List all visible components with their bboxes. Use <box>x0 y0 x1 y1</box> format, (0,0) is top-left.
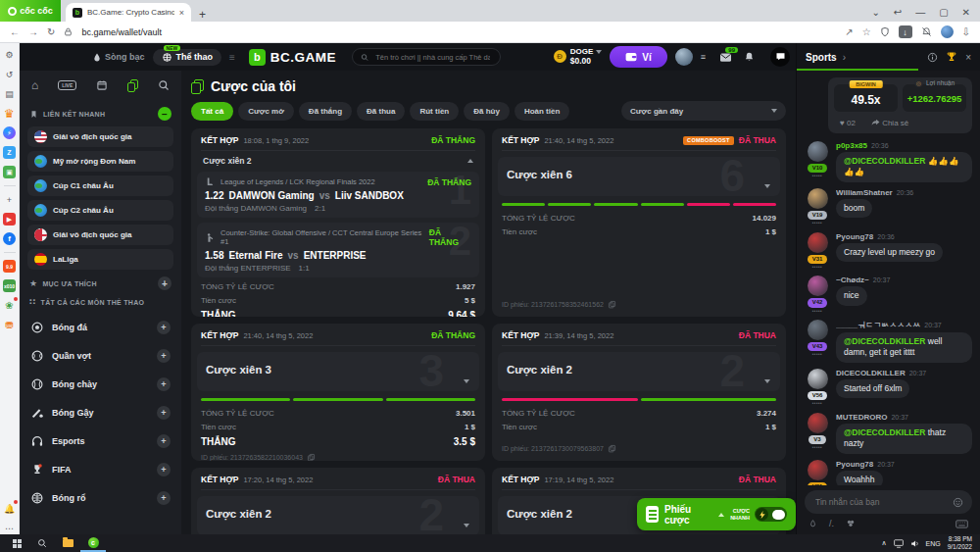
chat-message-input[interactable] <box>813 496 948 508</box>
commands-icon[interactable]: /. <box>829 519 834 528</box>
message-username[interactable]: ~Chødz~ <box>836 276 869 284</box>
sort-dropdown[interactable]: Cược gần đây <box>621 101 786 121</box>
mail-icon[interactable]: 99 <box>719 52 732 63</box>
shopee-99-icon[interactable]: 9.9 <box>3 260 16 273</box>
mention-link[interactable]: @DICECOLDKILLER <box>844 427 925 437</box>
betslip-button[interactable]: Phiếu cược CƯỢCNHANH <box>637 498 796 530</box>
sidebar-sport-cricket[interactable]: Bóng Gậy+ <box>27 398 173 427</box>
close-button[interactable]: ✕ <box>962 8 970 18</box>
user-avatar[interactable] <box>808 188 828 209</box>
expand-caret-icon[interactable] <box>764 379 770 383</box>
download-active-icon[interactable]: ↓ <box>899 25 912 38</box>
sidebar-more-icon[interactable]: ⋯ <box>3 522 16 534</box>
chevron-right-icon[interactable]: › <box>843 52 846 63</box>
copy-icon[interactable] <box>307 453 316 461</box>
minimize-button[interactable]: — <box>915 8 925 18</box>
tab-close-icon[interactable]: × <box>179 8 184 18</box>
taskbar-clock[interactable]: 8:38 PM9/1/2022 <box>948 535 972 551</box>
history-icon[interactable]: ↺ <box>3 68 16 80</box>
speaker-icon[interactable] <box>910 539 919 548</box>
user-avatar[interactable] <box>808 232 828 253</box>
youtube-icon[interactable]: ▶ <box>3 213 16 226</box>
expand-sport-button[interactable]: + <box>157 463 171 477</box>
balance-selector[interactable]: Ð DOGE $0.00 <box>554 48 603 66</box>
messenger-icon[interactable]: ⚡ <box>3 126 16 139</box>
live-icon[interactable]: LIVE <box>58 80 76 90</box>
message-username[interactable]: WilliamShatner <box>836 188 893 197</box>
expand-sport-button[interactable]: + <box>157 491 171 505</box>
crown-icon[interactable]: ♛ <box>3 107 16 120</box>
trophy-icon[interactable] <box>946 51 957 63</box>
quick-link-item[interactable]: LaLiga <box>27 249 173 270</box>
sports-tab[interactable]: NEW Thể thao <box>153 49 222 66</box>
sidebar-sport-basketball[interactable]: Bóng rổ+ <box>27 483 173 512</box>
casino-tab[interactable]: Sòng bạc <box>92 52 145 63</box>
quick-bet-toggle[interactable] <box>755 507 787 522</box>
language-indicator[interactable]: ENG <box>926 540 941 547</box>
user-avatar[interactable] <box>808 460 828 480</box>
rain-icon[interactable] <box>808 519 817 528</box>
sidebar-sport-football[interactable]: Bóng đá+ <box>27 313 173 341</box>
expand-sport-button[interactable]: + <box>157 377 171 391</box>
newsfeed-icon[interactable]: ▤ <box>3 87 16 100</box>
maximize-button[interactable]: ▢ <box>939 8 948 18</box>
forward-icon[interactable]: → <box>28 26 38 37</box>
sidebar-search-icon[interactable] <box>158 79 170 91</box>
message-username[interactable]: p0p3x85 <box>836 141 867 150</box>
games-icon[interactable]: ▣ <box>3 166 16 178</box>
notifications-blocked-icon[interactable] <box>921 26 932 37</box>
filter-pill[interactable]: Đã hủy <box>464 102 510 121</box>
user-avatar[interactable] <box>675 48 693 66</box>
home-icon[interactable]: ⌂ <box>31 78 38 92</box>
taskbar-search-icon[interactable] <box>29 534 55 552</box>
emoji-icon[interactable] <box>953 497 963 508</box>
tab-search-icon[interactable]: ⌄ <box>871 8 879 18</box>
like-button[interactable]: ♥ 02 <box>840 119 856 127</box>
filter-pill[interactable]: Hoàn tiền <box>514 102 569 121</box>
sidebar-sport-baseball[interactable]: Bóng chày+ <box>27 370 173 398</box>
quick-link-item[interactable]: Giải vô địch quốc gia <box>27 126 173 147</box>
zalo-chat-icon[interactable]: Z <box>3 146 16 159</box>
copy-icon[interactable] <box>608 444 616 453</box>
plant-app-icon[interactable]: ❀ <box>3 299 16 312</box>
message-username[interactable]: Pyoung78 <box>836 232 873 241</box>
sidebar-sport-tennis[interactable]: Quần vợt+ <box>27 341 173 370</box>
settings-gear-icon[interactable]: ⚙ <box>3 48 16 61</box>
collapse-quick-links-button[interactable]: − <box>158 107 172 121</box>
account-menu-icon[interactable]: ≡ <box>701 52 706 62</box>
browser-tab[interactable]: b BC.Game: Crypto Casino Gan × <box>66 3 191 22</box>
sidebar-sport-fifa[interactable]: FIFA+ <box>27 455 173 483</box>
mention-link[interactable]: @DICECOLDKILLER <box>844 156 925 166</box>
chat-input[interactable] <box>805 490 972 514</box>
filter-pill[interactable]: Tất cả <box>191 102 233 121</box>
filter-pill[interactable]: Cược mở <box>238 102 294 121</box>
chat-room-tab[interactable]: Sports <box>806 52 837 63</box>
restore-tab-icon[interactable]: ↩ <box>894 8 902 18</box>
facebook-icon[interactable]: f <box>3 232 16 245</box>
bookmark-star-icon[interactable]: ☆ <box>862 26 871 37</box>
expand-caret-icon[interactable] <box>464 379 469 383</box>
user-avatar[interactable] <box>808 413 828 433</box>
expand-sport-button[interactable]: + <box>157 349 171 363</box>
message-username[interactable]: MUTEDRORO <box>836 413 887 422</box>
user-avatar[interactable] <box>808 141 828 162</box>
expand-caret-icon[interactable] <box>464 524 469 527</box>
chat-close-icon[interactable]: × <box>965 52 971 63</box>
quick-link-item[interactable]: Giải vô địch quốc gia <box>27 225 173 245</box>
copy-icon[interactable] <box>608 300 616 309</box>
expand-sport-button[interactable]: + <box>157 434 171 448</box>
bcgame-logo[interactable]: b BC.GAME <box>249 49 336 66</box>
expand-caret-icon[interactable] <box>764 184 770 188</box>
filter-pill[interactable]: Đã thắng <box>299 102 352 121</box>
bigwin-share-card[interactable]: BIGWIN 49.5x ◎Lợi nhuận +1262.76295 ♥ 02… <box>828 77 972 133</box>
browser-profile-avatar[interactable] <box>941 25 954 38</box>
chat-rules-info-icon[interactable] <box>927 52 938 63</box>
filter-pill[interactable]: Đã thua <box>357 102 405 121</box>
search-input[interactable] <box>373 52 492 63</box>
quick-link-item[interactable]: Mỹ mở rộng Đơn Nam <box>27 151 173 172</box>
clover-icon[interactable] <box>846 519 856 528</box>
user-avatar[interactable] <box>808 369 828 389</box>
bell-icon[interactable] <box>744 51 755 63</box>
header-menu-icon[interactable]: ≡ <box>229 52 235 63</box>
shopping-cart-icon[interactable]: ⛃ <box>3 319 16 331</box>
